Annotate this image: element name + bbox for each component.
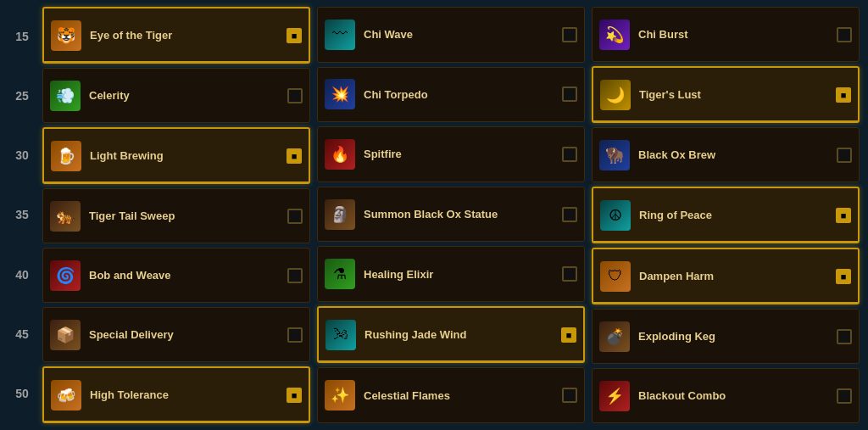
talent-cell-3-col2[interactable]: 🔥Spitfire <box>317 126 585 182</box>
talent-grid: 15253035404550 🐯Eye of the Tiger■💨Celeri… <box>0 0 868 430</box>
talent-checkbox[interactable]: ■ <box>561 327 576 343</box>
talent-icon: 💣 <box>599 321 630 352</box>
level-label: 15 <box>15 30 29 43</box>
talent-name: Chi Torpedo <box>364 88 562 101</box>
talent-name: Eye of the Tiger <box>90 29 287 42</box>
level-label: 25 <box>15 89 29 103</box>
talent-icon: 📦 <box>50 320 81 350</box>
talent-checkbox[interactable] <box>562 388 577 403</box>
talent-icon: ☮ <box>600 200 631 231</box>
talent-icon: 🗿 <box>325 199 355 230</box>
talent-icon: 🌙 <box>600 80 631 110</box>
talent-checkbox[interactable] <box>562 207 577 222</box>
talent-name: Bob and Weave <box>89 269 287 282</box>
talent-checkbox[interactable] <box>837 329 852 344</box>
talent-cell-6-col3[interactable]: 💣Exploding Keg <box>592 309 860 364</box>
talent-checkbox[interactable] <box>562 87 577 102</box>
talent-cell-2-col3[interactable]: 🌙Tiger's Lust■ <box>592 66 860 123</box>
talent-checkbox[interactable] <box>562 147 577 162</box>
talent-cell-6-col2[interactable]: 🌬Rushing Jade Wind■ <box>317 306 585 364</box>
talent-icon: 🛡 <box>600 261 631 292</box>
talent-checkbox[interactable] <box>562 27 577 42</box>
talent-column-1: 🐯Eye of the Tiger■💨Celerity🍺Light Brewin… <box>39 7 314 423</box>
talent-cell-7-col2[interactable]: ✨Celestial Flames <box>317 367 585 423</box>
talent-name: Celerity <box>89 89 287 102</box>
talent-checkbox[interactable]: ■ <box>836 87 851 103</box>
talent-checkbox[interactable] <box>287 88 303 103</box>
talent-icon: 🐅 <box>50 201 81 232</box>
talent-cell-7-col3[interactable]: ⚡Blackout Combo <box>592 368 860 423</box>
talent-cell-3-col3[interactable]: 🦬Black Ox Brew <box>592 127 860 182</box>
talent-name: Exploding Keg <box>638 330 837 343</box>
talent-checkbox[interactable] <box>837 27 852 42</box>
level-label: 30 <box>15 148 29 162</box>
talent-cell-1-col1[interactable]: 🐯Eye of the Tiger■ <box>42 7 310 64</box>
level-label: 45 <box>15 327 29 341</box>
talent-icon: 🐯 <box>51 20 81 51</box>
talent-checkbox[interactable] <box>287 268 303 283</box>
talent-name: Blackout Combo <box>638 389 837 402</box>
talent-column-2: 〰Chi Wave💥Chi Torpedo🔥Spitfire🗿Summon Bl… <box>314 7 588 423</box>
talent-checkbox[interactable]: ■ <box>287 148 302 164</box>
talent-name: Tiger's Lust <box>639 88 836 101</box>
level-label: 35 <box>15 208 29 221</box>
talent-cell-4-col3[interactable]: ☮Ring of Peace■ <box>592 187 860 243</box>
talent-name: Spitfire <box>364 148 562 160</box>
level-label: 50 <box>15 387 29 400</box>
talent-cell-5-col3[interactable]: 🛡Dampen Harm■ <box>592 248 860 304</box>
talent-icon: 〰 <box>325 20 355 50</box>
talent-name: Chi Burst <box>638 28 837 41</box>
talent-icon: 💫 <box>599 20 630 50</box>
level-label: 40 <box>15 268 29 282</box>
talent-cell-5-col1[interactable]: 🌀Bob and Weave <box>42 248 310 303</box>
talent-icon: ⚗ <box>325 259 355 289</box>
talent-icon: 💥 <box>325 79 355 109</box>
talent-name: Healing Elixir <box>364 268 562 281</box>
talent-cell-3-col1[interactable]: 🍺Light Brewing■ <box>42 127 310 184</box>
talent-cell-4-col1[interactable]: 🐅Tiger Tail Sweep <box>42 188 310 243</box>
talent-name: Dampen Harm <box>639 270 836 282</box>
talent-icon: 💨 <box>50 81 81 111</box>
talent-icon: 🦬 <box>599 140 630 170</box>
talent-name: Tiger Tail Sweep <box>89 209 287 222</box>
talent-checkbox[interactable] <box>837 148 852 163</box>
talent-name: Summon Black Ox Statue <box>364 208 562 221</box>
talent-column-3: 💫Chi Burst🌙Tiger's Lust■🦬Black Ox Brew☮R… <box>588 7 863 423</box>
talent-name: Special Delivery <box>89 328 287 341</box>
level-column: 15253035404550 <box>5 7 39 423</box>
talent-name: Chi Wave <box>364 28 562 41</box>
talent-icon: 🍻 <box>51 380 81 410</box>
talent-checkbox[interactable]: ■ <box>836 208 851 223</box>
talent-name: High Tolerance <box>90 388 287 401</box>
talent-icon: ⚡ <box>599 381 630 411</box>
talent-icon: 🔥 <box>325 139 355 170</box>
talent-cell-5-col2[interactable]: ⚗Healing Elixir <box>317 246 585 302</box>
talent-icon: 🌀 <box>50 260 81 291</box>
talent-cell-7-col1[interactable]: 🍻High Tolerance■ <box>42 366 310 423</box>
talent-name: Light Brewing <box>90 149 287 162</box>
talent-cell-1-col3[interactable]: 💫Chi Burst <box>592 7 860 62</box>
talent-name: Celestial Flames <box>364 389 562 402</box>
talent-checkbox[interactable]: ■ <box>287 28 302 43</box>
talent-icon: ✨ <box>325 380 355 410</box>
talent-icon: 🌬 <box>326 320 356 350</box>
talent-cell-4-col2[interactable]: 🗿Summon Black Ox Statue <box>317 187 585 243</box>
talent-icon: 🍺 <box>51 141 81 171</box>
talent-cell-6-col1[interactable]: 📦Special Delivery <box>42 307 310 362</box>
talent-name: Black Ox Brew <box>638 148 837 161</box>
talent-cell-2-col2[interactable]: 💥Chi Torpedo <box>317 67 585 123</box>
talent-checkbox[interactable]: ■ <box>836 269 851 284</box>
talent-name: Ring of Peace <box>639 209 836 221</box>
talent-name: Rushing Jade Wind <box>364 328 561 341</box>
talent-cell-1-col2[interactable]: 〰Chi Wave <box>317 7 585 63</box>
talent-checkbox[interactable] <box>287 209 303 224</box>
talent-checkbox[interactable] <box>837 388 852 404</box>
talent-checkbox[interactable]: ■ <box>287 388 302 403</box>
talent-cell-2-col1[interactable]: 💨Celerity <box>42 68 310 123</box>
talent-checkbox[interactable] <box>562 266 577 282</box>
talent-checkbox[interactable] <box>287 327 303 343</box>
